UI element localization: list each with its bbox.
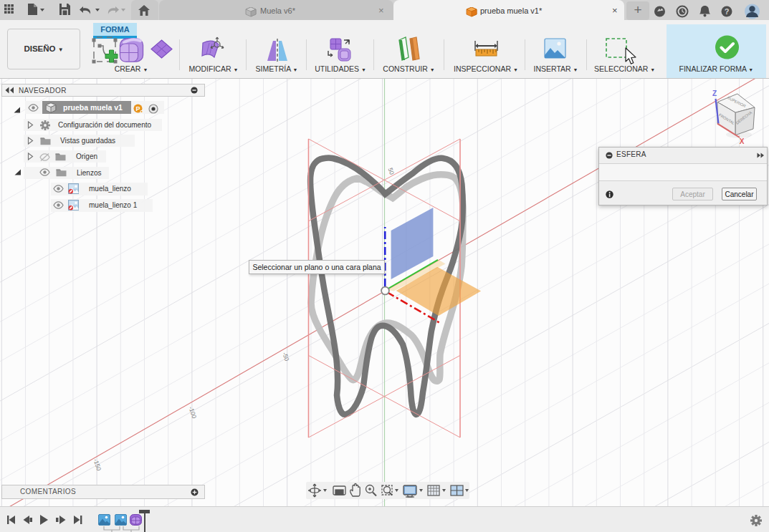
- svg-text:-100: -100: [187, 405, 198, 420]
- svg-text:X: X: [740, 137, 745, 145]
- svg-text:?: ?: [725, 7, 730, 16]
- svg-text:-150: -150: [92, 458, 102, 472]
- svg-text:P: P: [135, 105, 140, 112]
- svg-text:Z: Z: [712, 90, 717, 97]
